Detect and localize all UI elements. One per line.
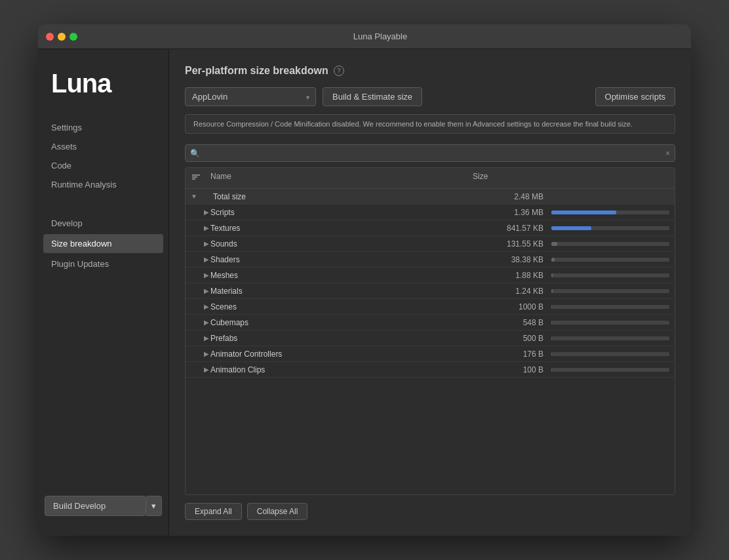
row-expand-icon[interactable]: ▶ [191, 287, 210, 294]
row-scripts-bar [551, 210, 669, 214]
table-row: ▼ Total size 2.48 MB [186, 189, 675, 205]
table-row: ▶ Meshes 1.88 KB [186, 268, 675, 283]
table-row: ▶ Sounds 131.55 KB [186, 236, 675, 252]
sidebar-item-code[interactable]: Code [38, 156, 168, 175]
row-animator-controllers-bar [551, 352, 669, 356]
row-expand-icon[interactable]: ▶ [191, 271, 210, 279]
table-row: ▶ Animation Clips 100 B [186, 362, 675, 378]
row-shaders-name: Shaders [210, 255, 473, 264]
row-scenes-name: Scenes [210, 302, 473, 311]
build-develop-button[interactable]: Build Develop [45, 496, 146, 516]
logo-text: Luna [51, 69, 111, 98]
header-size-col: Size [473, 172, 551, 184]
search-input[interactable] [185, 144, 675, 162]
row-expand-icon[interactable]: ▶ [191, 224, 210, 231]
sidebar-item-runtime-analysis[interactable]: Runtime Analysis [38, 175, 168, 194]
row-textures-bar [551, 226, 669, 230]
close-button[interactable] [46, 33, 54, 41]
table-row: ▶ Shaders 38.38 KB [186, 252, 675, 268]
row-expand-icon[interactable]: ▶ [191, 366, 210, 373]
row-meshes-name: Meshes [210, 271, 473, 280]
main-window: Luna Playable Luna Settings Assets Code … [38, 24, 691, 536]
table-header: Name Size [186, 168, 675, 189]
sidebar-bottom: Build Develop ▾ [38, 489, 168, 523]
platform-dropdown-wrapper: AppLovin Unity Ads IronSource Meta AdMob… [185, 87, 316, 106]
row-materials-size: 1.24 KB [473, 287, 551, 296]
maximize-button[interactable] [69, 33, 77, 41]
search-wrapper: 🔍 × [185, 144, 675, 162]
svg-rect-1 [192, 176, 197, 178]
table-row: ▶ Materials 1.24 KB [186, 283, 675, 299]
warning-bar: Resource Compression / Code Minification… [185, 114, 675, 134]
build-dropdown-icon: ▾ [151, 501, 156, 511]
row-sounds-size: 131.55 KB [473, 239, 551, 249]
sidebar-item-plugin-updates[interactable]: Plugin Updates [38, 254, 168, 273]
traffic-lights [46, 33, 77, 41]
row-expand-icon[interactable]: ▶ [191, 350, 210, 357]
row-sounds-bar [551, 242, 669, 246]
title-bar: Luna Playable [38, 24, 691, 49]
page-title-row: Per-platform size breakdown ? [185, 65, 344, 77]
svg-rect-0 [192, 174, 200, 176]
header-name-col: Name [210, 172, 473, 184]
row-meshes-bar [551, 273, 669, 277]
row-scripts-name: Scripts [210, 208, 473, 217]
page-title: Per-platform size breakdown [185, 65, 328, 77]
row-shaders-bar [551, 258, 669, 262]
row-scenes-size: 1000 B [473, 302, 551, 311]
row-expand-icon[interactable]: ▼ [191, 193, 210, 200]
row-prefabs-size: 500 B [473, 334, 551, 343]
row-shaders-size: 38.38 KB [473, 255, 551, 264]
page-header: Per-platform size breakdown ? [185, 65, 675, 77]
row-expand-icon[interactable]: ▶ [191, 303, 210, 310]
size-breakdown-table: Name Size ▼ Total size 2.48 MB [185, 167, 675, 495]
minimize-button[interactable] [58, 33, 66, 41]
row-cubemaps-size: 548 B [473, 318, 551, 327]
row-textures-size: 841.57 KB [473, 224, 551, 233]
build-estimate-button[interactable]: Build & Estimate size [323, 87, 422, 106]
controls-row: AppLovin Unity Ads IronSource Meta AdMob… [185, 87, 675, 106]
table-body: ▼ Total size 2.48 MB ▶ Scripts 1.36 MB [186, 189, 675, 494]
build-develop-dropdown[interactable]: ▾ [146, 496, 162, 516]
row-expand-icon[interactable]: ▶ [191, 209, 210, 216]
row-prefabs-name: Prefabs [210, 334, 473, 343]
row-total-name: Total size [210, 192, 473, 201]
sort-icon [191, 172, 201, 182]
table-row: ▶ Scripts 1.36 MB [186, 205, 675, 220]
row-expand-icon[interactable]: ▶ [191, 334, 210, 342]
help-icon[interactable]: ? [334, 66, 344, 76]
row-textures-name: Textures [210, 224, 473, 233]
search-row: 🔍 × [185, 144, 675, 162]
sidebar-item-assets[interactable]: Assets [38, 137, 168, 156]
platform-dropdown[interactable]: AppLovin Unity Ads IronSource Meta AdMob [185, 87, 316, 106]
table-row: ▶ Textures 841.57 KB [186, 220, 675, 236]
sidebar-item-settings[interactable]: Settings [38, 118, 168, 137]
row-materials-name: Materials [210, 287, 473, 296]
header-icon-col [191, 172, 210, 184]
row-sounds-name: Sounds [210, 239, 473, 249]
window-title: Luna Playable [77, 31, 683, 41]
row-animation-clips-name: Animation Clips [210, 365, 473, 374]
row-expand-icon[interactable]: ▶ [191, 319, 210, 326]
row-expand-icon[interactable]: ▶ [191, 240, 210, 247]
collapse-all-button[interactable]: Collapse All [247, 503, 308, 520]
bottom-buttons-row: Expand All Collapse All [185, 503, 675, 520]
optimise-scripts-button[interactable]: Optimise scripts [595, 87, 675, 106]
svg-rect-2 [192, 178, 195, 180]
row-animator-controllers-size: 176 B [473, 350, 551, 359]
sidebar-item-size-breakdown[interactable]: Size breakdown [43, 234, 163, 253]
row-expand-icon[interactable]: ▶ [191, 256, 210, 263]
row-materials-bar [551, 289, 669, 293]
sidebar: Luna Settings Assets Code Runtime Analys… [38, 49, 169, 536]
table-row: ▶ Cubemaps 548 B [186, 315, 675, 330]
row-cubemaps-name: Cubemaps [210, 318, 473, 327]
table-row: ▶ Animator Controllers 176 B [186, 346, 675, 362]
header-bar-col [551, 172, 669, 184]
row-animator-controllers-name: Animator Controllers [210, 350, 473, 359]
search-icon: 🔍 [190, 149, 200, 158]
table-row: ▶ Scenes 1000 B [186, 299, 675, 315]
row-animation-clips-size: 100 B [473, 365, 551, 374]
expand-all-button[interactable]: Expand All [185, 503, 242, 520]
row-total-size: 2.48 MB [473, 192, 551, 201]
search-clear-icon[interactable]: × [665, 149, 670, 158]
